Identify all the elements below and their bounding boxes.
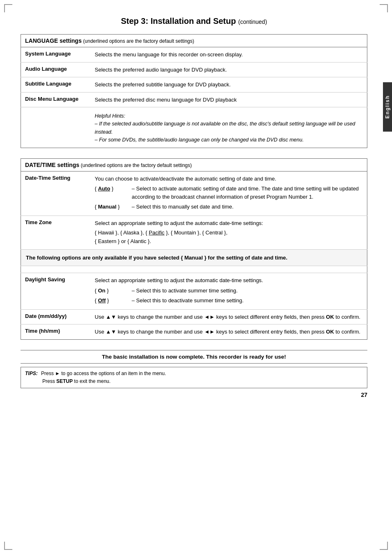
daylight-saving-content: Select an appropriate setting to adjust … <box>91 273 367 310</box>
tips-section: TIPS: Press ► to go access the options o… <box>21 367 367 388</box>
table-row: Time (hh/mm) Use ▲▼ keys to change the n… <box>21 325 367 340</box>
helpful-hints-empty-label <box>21 107 91 148</box>
date-ok: OK <box>326 314 334 320</box>
page-title: Step 3: Installation and Setup (continue… <box>21 16 367 26</box>
auto-key-text: Auto <box>98 185 110 192</box>
datetime-settings-table: DATE/TIME settings (underlined options a… <box>21 158 367 340</box>
english-side-tab: English <box>383 82 392 132</box>
corner-br <box>380 542 388 550</box>
system-language-content: Selects the menu language for this recor… <box>91 47 367 63</box>
datetime-header-cell: DATE/TIME settings (underlined options a… <box>21 158 367 171</box>
language-header-bold: LANGUAGE settings <box>25 37 82 44</box>
corner-tr <box>380 4 388 12</box>
date-time-setting-label: Date-Time Setting <box>21 171 91 216</box>
off-key-text: Off <box>98 297 106 304</box>
language-header-note: (underlined options are the factory defa… <box>83 38 194 44</box>
on-option-key: { On } <box>95 287 132 295</box>
language-header-row: LANGUAGE settings (underlined options ar… <box>21 35 367 47</box>
spacer-row <box>21 266 367 273</box>
daylight-saving-intro: Select an appropriate setting to adjust … <box>95 276 363 285</box>
off-option-block: { Off } – Select this to deactivate summ… <box>95 297 363 305</box>
on-option-desc: – Select this to activate summer time se… <box>132 287 363 295</box>
page-title-continued: (continued) <box>238 19 267 25</box>
audio-language-label: Audio Language <box>21 62 91 77</box>
time-content: Use ▲▼ keys to change the number and use… <box>91 325 367 340</box>
daylight-saving-label: Daylight Saving <box>21 273 91 310</box>
tips-setup-text: SETUP <box>56 378 73 384</box>
table-row: System Language Selects the menu languag… <box>21 47 367 63</box>
on-key-text: On <box>98 287 105 294</box>
subtitle-language-content: Selects the preferred subtitle language … <box>91 77 367 93</box>
time-zone-label: Time Zone <box>21 216 91 249</box>
datetime-header-note: (underlined options are the factory defa… <box>81 162 192 168</box>
table-row: Audio Language Selects the preferred aud… <box>21 62 367 77</box>
auto-option-desc: – Select to activate automatic setting o… <box>132 185 363 201</box>
spacer-cell <box>21 266 367 273</box>
helpful-hints-content: Helpful Hints: – If the selected audio/s… <box>91 107 367 148</box>
tips-label: TIPS: <box>25 371 38 376</box>
pacific-option: Pacific <box>149 229 164 236</box>
page-number: 27 <box>21 392 367 398</box>
table-row: Subtitle Language Selects the preferred … <box>21 77 367 93</box>
helpful-hints-row: Helpful Hints: – If the selected audio/s… <box>21 107 367 148</box>
side-tab-label: English <box>385 95 390 118</box>
date-content-1: Use ▲▼ keys to change the number and use… <box>95 314 326 320</box>
table-row: Daylight Saving Select an appropriate se… <box>21 273 367 310</box>
manual-notice-row: The following options are only available… <box>21 249 367 266</box>
subtitle-language-label: Subtitle Language <box>21 77 91 93</box>
time-ok: OK <box>326 329 334 335</box>
date-time-setting-content: You can choose to activate/deactivate th… <box>91 171 367 216</box>
audio-language-content: Selects the preferred audio language for… <box>91 62 367 77</box>
system-language-label: System Language <box>21 47 91 63</box>
complete-notice: The basic installation is now complete. … <box>21 350 367 364</box>
manual-notice-text: The following options are only available… <box>26 255 287 261</box>
manual-option-key: { Manual } <box>95 203 132 211</box>
auto-option-key: { Auto } <box>95 185 132 193</box>
corner-tl <box>4 4 12 12</box>
helpful-hints-label: Helpful Hints: <box>95 113 125 119</box>
datetime-header-bold: DATE/TIME settings <box>25 162 79 168</box>
time-content-2: to confirm. <box>334 329 360 335</box>
time-content-1: Use ▲▼ keys to change the number and use… <box>95 329 326 335</box>
corner-bl <box>4 542 12 550</box>
time-label: Time (hh/mm) <box>21 325 91 340</box>
helpful-hint-2: – For some DVDs, the subtitle/audio lang… <box>95 137 304 143</box>
time-zone-content: Select an appropriate setting to adjust … <box>91 216 367 249</box>
tips-line1: Press ► to go access the options of an i… <box>41 371 166 376</box>
table-row: Time Zone Select an appropriate setting … <box>21 216 367 249</box>
language-header-cell: LANGUAGE settings (underlined options ar… <box>21 35 367 47</box>
date-time-intro: You can choose to activate/deactivate th… <box>95 175 363 183</box>
page-wrapper: English Step 3: Installation and Setup (… <box>0 0 392 554</box>
time-zone-intro: Select an appropriate setting to adjust … <box>95 220 263 226</box>
helpful-hint-1: – If the selected audio/subtitle languag… <box>95 121 355 134</box>
page-title-main: Step 3: Installation and Setup <box>121 16 236 25</box>
manual-option-desc: – Select this to manually set date and t… <box>132 203 363 211</box>
on-option-block: { On } – Select this to activate summer … <box>95 287 363 295</box>
table-row: Disc Menu Language Selects the preferred… <box>21 92 367 107</box>
date-label: Date (mm/dd/yy) <box>21 309 91 325</box>
language-settings-table: LANGUAGE settings (underlined options ar… <box>21 34 367 148</box>
helpful-hints-block: Helpful Hints: – If the selected audio/s… <box>95 112 363 144</box>
manual-notice-cell: The following options are only available… <box>21 249 367 266</box>
disc-menu-language-content: Selects the preferred disc menu language… <box>91 92 367 107</box>
datetime-header-row: DATE/TIME settings (underlined options a… <box>21 158 367 171</box>
tips-line2: Press SETUP to exit the menu. <box>42 378 111 384</box>
disc-menu-language-label: Disc Menu Language <box>21 92 91 107</box>
auto-option-block: { Auto } – Select to activate automatic … <box>95 185 363 201</box>
date-content-2: to confirm. <box>334 314 360 320</box>
off-option-key: { Off } <box>95 297 132 305</box>
table-row: Date (mm/dd/yy) Use ▲▼ keys to change th… <box>21 309 367 325</box>
manual-key-text: Manual <box>98 204 116 210</box>
date-content: Use ▲▼ keys to change the number and use… <box>91 309 367 325</box>
manual-option-block: { Manual } – Select this to manually set… <box>95 203 363 211</box>
off-option-desc: – Select this to deactivate summer time … <box>132 297 363 305</box>
time-zone-options: { Hawaii }, { Alaska }, { Pacific }, { M… <box>95 229 363 246</box>
table-row: Date-Time Setting You can choose to acti… <box>21 171 367 216</box>
